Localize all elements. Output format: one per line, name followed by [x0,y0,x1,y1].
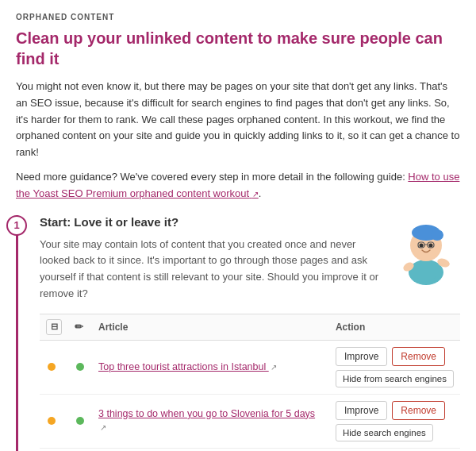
dot-green-0 [76,363,84,371]
table-row: Eat, travel, love ↗ Improve Remove Hide … [40,448,460,451]
page-title: Clean up your unlinked content to make s… [16,28,460,69]
external-link-icon-0: ↗ [271,362,277,373]
improve-button-1[interactable]: Improve [336,401,387,420]
remove-button-1[interactable]: Remove [392,401,445,420]
external-link-icon-1: ↗ [100,422,106,434]
dot-green-1 [76,417,84,425]
action-cell-0: Improve Remove Hide from search engines [329,340,460,394]
remove-button-0[interactable]: Remove [392,347,445,366]
action-cell-1: Improve Remove Hide search engines [329,394,460,448]
svg-point-7 [429,243,433,247]
section-label: ORPHANED CONTENT [16,13,460,21]
col-header-edit: ✏ [68,314,92,340]
article-cell-0: Top three tourist attractions in Istanbu… [92,340,329,394]
intro-paragraph: You might not even know it, but there ma… [16,79,460,161]
step-inner: Start: Love it or leave it? [40,215,460,451]
action-cell-2: Improve Remove Hide search engines [329,448,460,451]
dots-cell-0 [40,340,68,394]
hide-search-button-0[interactable]: Hide from search engines [336,370,454,387]
col-header-icons: ⊟ [40,314,68,340]
hide-search-button-1[interactable]: Hide search engines [336,424,433,441]
step-container: 1 Start: Love it or leave it? [16,215,460,451]
dot-orange-0 [48,363,56,371]
table-icon-badge: ⊟ [46,319,62,335]
svg-point-5 [431,229,443,241]
article-cell-2: Eat, travel, love ↗ [92,448,329,451]
dot-orange-1 [48,417,56,425]
article-link-0[interactable]: Top three tourist attractions in Istanbu… [98,361,277,372]
pencil-icon: ✏ [75,321,83,333]
svg-rect-11 [416,264,436,279]
table-row: 3 things to do when you go to Slovenia f… [40,394,460,448]
dots-cell-1 [40,394,68,448]
col-header-action: Action [329,314,460,340]
article-link-1[interactable]: 3 things to do when you go to Slovenia f… [98,408,315,434]
step-content: Start: Love it or leave it? [36,215,460,451]
improve-button-0[interactable]: Improve [336,347,387,366]
character-illustration [393,215,460,287]
guidance-paragraph: Need more guidance? We've covered every … [16,169,460,202]
dot-green-cell-1 [68,394,92,448]
svg-point-6 [420,243,424,247]
step-number-badge: 1 [6,215,27,236]
dots-cell-2 [40,448,68,451]
dot-green-cell-2 [68,448,92,451]
table-row: Top three tourist attractions in Istanbu… [40,340,460,394]
article-cell-1: 3 things to do when you go to Slovenia f… [92,394,329,448]
guidance-prefix: Need more guidance? We've covered every … [16,171,408,183]
dot-green-cell-0 [68,340,92,394]
col-header-article: Article [92,314,329,340]
articles-table: ⊟ ✏ Article Action Top t [40,314,460,451]
